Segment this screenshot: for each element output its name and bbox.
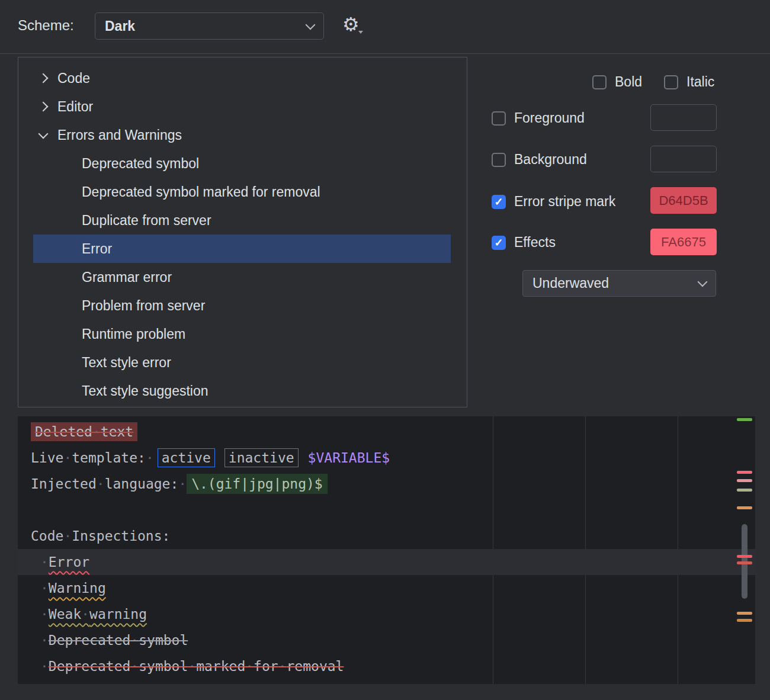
preview-line-deprecated-removal: ·Deprecated·symbol·marked·for·removal: [18, 653, 755, 679]
chevron-down-icon[interactable]: [38, 129, 49, 139]
preview-pane[interactable]: Deleted·text Live·template:·activeinacti…: [18, 416, 755, 684]
preview-line-error: ·Error: [18, 549, 755, 575]
whitespace-dot: ·: [92, 424, 101, 439]
chevron-down-icon: [698, 277, 708, 287]
error-stripe-mark: [737, 612, 752, 615]
scheme-label: Scheme:: [18, 17, 74, 34]
tree-item-label: Text style suggestion: [82, 383, 208, 399]
options-tree: CodeEditorErrors and WarningsDeprecated …: [18, 57, 467, 407]
error-stripe-mark: [737, 619, 752, 622]
injected-language-label: Injected·language:·: [31, 476, 187, 492]
effects-row: Effects: [492, 235, 556, 251]
foreground-color-swatch[interactable]: [650, 104, 717, 131]
tree-item-grammar-error[interactable]: Grammar error: [33, 263, 451, 291]
error-stripe-mark: [737, 418, 752, 421]
tree-item-label: Code: [57, 70, 90, 86]
template-active-text: active: [158, 448, 215, 467]
whitespace-dot: ·: [40, 632, 49, 648]
background-checkbox[interactable]: [492, 153, 506, 167]
preview-line-live-template: Live·template:·activeinactive$VARIABLE$: [18, 445, 755, 471]
error-stripe-checkbox[interactable]: [492, 195, 506, 209]
effects-checkbox[interactable]: [492, 236, 506, 250]
whitespace-dot: ·: [63, 528, 72, 544]
whitespace-dot: ·: [130, 659, 139, 674]
whitespace-dot: ·: [178, 476, 187, 492]
template-inactive-text: inactive: [224, 448, 299, 467]
tree-item-error[interactable]: Error: [33, 235, 451, 263]
whitespace-dot: ·: [40, 659, 49, 674]
effect-style-value: Underwaved: [532, 275, 609, 291]
preview-line-deprecated: ·Deprecated·symbol: [18, 627, 755, 653]
background-color-swatch[interactable]: [650, 146, 717, 172]
preview-line-inspections-header: Code·Inspections:: [18, 523, 755, 549]
inspections-header-text: Code·Inspections:: [31, 528, 170, 544]
error-stripe-hex-value: D64D5B: [659, 193, 708, 208]
italic-row: Italic: [664, 74, 714, 90]
background-label: Background: [514, 152, 587, 168]
whitespace-dot: ·: [245, 659, 254, 674]
tree-item-text-style-suggestion[interactable]: Text style suggestion: [33, 377, 451, 405]
background-row: Background: [492, 152, 587, 168]
whitespace-dot: ·: [63, 450, 72, 465]
tree-item-label: Editor: [57, 99, 93, 115]
italic-checkbox[interactable]: [664, 75, 678, 89]
error-stripe-mark: [737, 561, 752, 564]
effect-style-select[interactable]: Underwaved: [522, 270, 716, 297]
effects-label: Effects: [514, 235, 556, 251]
chevron-right-icon[interactable]: [38, 73, 49, 84]
effects-hex-value: FA6675: [661, 235, 706, 250]
bold-checkbox[interactable]: [592, 75, 607, 89]
tree-item-label: Problem from server: [82, 298, 205, 314]
tree-item-label: Duplicate from server: [82, 213, 211, 229]
tree-item-problem-from-server[interactable]: Problem from server: [33, 291, 451, 320]
tree-item-text-style-error[interactable]: Text style error: [33, 348, 451, 377]
error-stripe-row: Error stripe mark: [492, 194, 615, 210]
scheme-select[interactable]: Dark: [95, 12, 324, 40]
error-stripe-mark: [737, 471, 752, 474]
tree-item-code[interactable]: Code: [33, 64, 451, 92]
error-stripe-color-swatch[interactable]: D64D5B: [650, 187, 717, 214]
tree-item-duplicate-from-server[interactable]: Duplicate from server: [33, 206, 451, 235]
error-sample-text: Error: [49, 554, 89, 570]
deleted-text: Deleted·text: [31, 422, 137, 441]
tree-item-label: Deprecated symbol: [82, 156, 199, 172]
tree-item-label: Error: [82, 241, 112, 257]
tree-item-errors-and-warnings[interactable]: Errors and Warnings: [33, 121, 451, 149]
foreground-row: Foreground: [492, 110, 585, 126]
chevron-down-icon: [306, 20, 316, 30]
error-stripe-mark: [737, 506, 752, 509]
tree-item-label: Text style error: [82, 355, 171, 371]
deprecated-sample-text: Deprecated·symbol: [49, 632, 188, 648]
whitespace-dot: ·: [40, 606, 49, 622]
preview-line-weak-warning: ·Weak·warning: [18, 601, 755, 627]
whitespace-dot: ·: [188, 659, 196, 674]
tree-item-runtime-problem[interactable]: Runtime problem: [33, 320, 451, 348]
tree-item-label: Runtime problem: [82, 326, 185, 342]
bold-label: Bold: [615, 74, 642, 90]
tree-item-deprecated-symbol-marked-for-removal[interactable]: Deprecated symbol marked for removal: [33, 178, 451, 206]
settings-gear-icon[interactable]: ⚙: [342, 15, 360, 34]
whitespace-dot: ·: [40, 580, 49, 596]
chevron-right-icon[interactable]: [38, 102, 49, 112]
weak-warning-sample-text: Weak·warning: [49, 606, 147, 622]
tree-item-deprecated-symbol[interactable]: Deprecated symbol: [33, 149, 451, 178]
foreground-label: Foreground: [514, 110, 585, 126]
whitespace-dot: ·: [81, 606, 89, 622]
foreground-checkbox[interactable]: [492, 111, 506, 126]
whitespace-dot: ·: [278, 659, 287, 674]
template-variable-text: $VARIABLE$: [308, 450, 390, 465]
preview-line-deleted-text: Deleted·text: [18, 419, 755, 445]
whitespace-dot: ·: [40, 554, 49, 570]
error-stripe-mark: [737, 479, 752, 482]
whitespace-dot: ·: [130, 632, 139, 648]
scheme-select-value: Dark: [105, 18, 135, 34]
preview-line-warning: ·Warning: [18, 575, 755, 601]
whitespace-dot: ·: [97, 476, 105, 492]
gear-dropdown-arrow-icon: [358, 31, 363, 34]
error-stripe-label: Error stripe mark: [514, 194, 615, 210]
effects-color-swatch[interactable]: FA6675: [650, 229, 717, 255]
tree-item-editor[interactable]: Editor: [33, 92, 451, 121]
bold-row: Bold: [592, 74, 642, 90]
preview-line-blank: [18, 497, 755, 523]
tree-item-label: Deprecated symbol marked for removal: [82, 184, 320, 200]
